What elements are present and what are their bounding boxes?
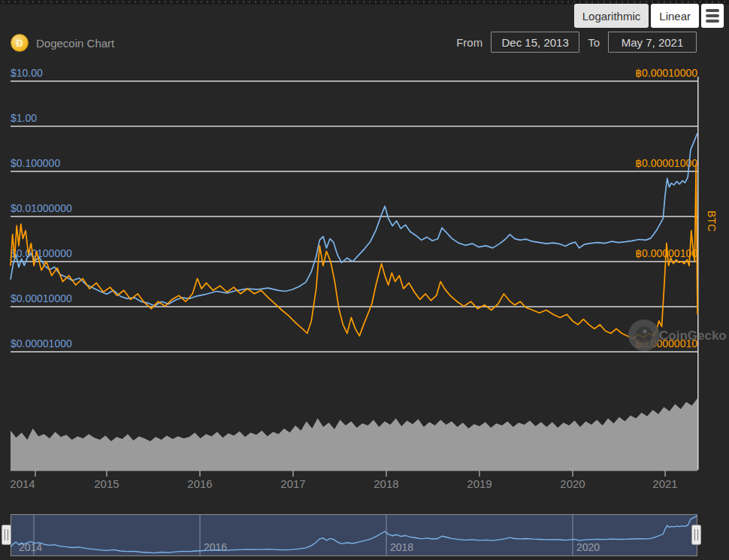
x-axis-year-label: 2018 <box>374 477 398 490</box>
x-axis-year-label: 2019 <box>467 477 492 490</box>
navigator-year-label: 2016 <box>204 541 227 553</box>
navigator-year-label: 2018 <box>390 541 413 553</box>
x-axis-year-label: 2021 <box>652 477 677 490</box>
navigator-left-handle[interactable] <box>2 525 11 545</box>
chart-plot-area[interactable] <box>11 72 697 470</box>
x-axis: 20142015201620172018201920202021 <box>10 471 697 491</box>
range-navigator: 2014201620182020 <box>2 514 701 556</box>
navigator-right-handle[interactable] <box>692 525 701 545</box>
x-axis-year-label: 2017 <box>280 477 305 490</box>
btc-axis-title: BTC <box>706 210 718 232</box>
navigator-year-label: 2020 <box>576 541 600 553</box>
x-axis-year-label: 2020 <box>560 477 585 490</box>
x-axis-year-label: 2016 <box>187 477 212 490</box>
x-axis-year-label: 2015 <box>94 477 119 490</box>
x-axis-year-label: 2014 <box>10 477 35 490</box>
dogecoin-price-chart: $10.00$1.00$0.100000$0.01000000$0.001000… <box>0 0 729 560</box>
